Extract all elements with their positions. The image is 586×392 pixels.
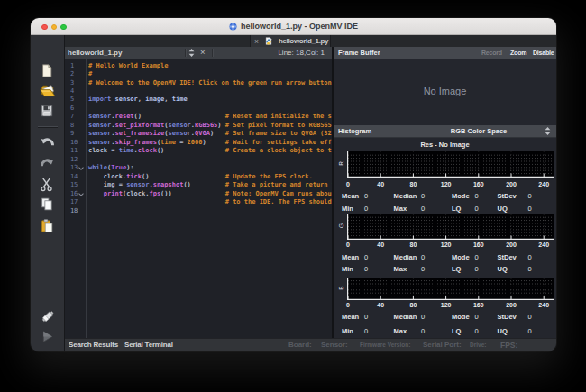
record-button[interactable]: Record bbox=[481, 47, 502, 59]
code-token: fps bbox=[149, 190, 160, 197]
python-file-icon bbox=[265, 37, 272, 45]
line-number: 3 bbox=[70, 79, 74, 87]
code-token: set_pixformat bbox=[115, 122, 165, 129]
code-token: = bbox=[176, 139, 188, 146]
code-token: sensor bbox=[88, 113, 111, 120]
new-file-button[interactable] bbox=[40, 63, 56, 79]
statusbar-serial-terminal[interactable]: Serial Terminal bbox=[124, 339, 173, 351]
code-text: clock = time.clock() # Create a clock ob… bbox=[88, 147, 332, 155]
cursor-position-indicator: Line: 18,Col: 1 bbox=[278, 47, 325, 59]
close-document-button[interactable]: × bbox=[200, 47, 206, 59]
undo-button[interactable] bbox=[40, 134, 56, 150]
axis-tick-label: 0 bbox=[337, 242, 359, 248]
code-token: img = bbox=[88, 181, 126, 188]
stat-label: Median bbox=[394, 311, 417, 323]
redo-button[interactable] bbox=[40, 155, 56, 171]
paste-button[interactable] bbox=[40, 218, 56, 234]
code-text: import sensor, image, time bbox=[88, 96, 188, 104]
code-token: set_framesize bbox=[115, 130, 165, 137]
run-script-button[interactable] bbox=[40, 329, 56, 345]
file-dropdown-arrows-icon[interactable] bbox=[188, 49, 195, 57]
stat-value: 0 bbox=[364, 325, 368, 337]
axis-tick-label: 240 bbox=[533, 181, 554, 187]
code-line: 16 print(clock.fps()) # Note: OpenMV Cam… bbox=[65, 190, 332, 198]
code-line: 3# Welcome to the OpenMV IDE! Click on t… bbox=[65, 79, 332, 87]
stat-value: 0 bbox=[475, 203, 479, 214]
save-button[interactable] bbox=[40, 104, 56, 120]
stat-label: Mean bbox=[342, 190, 359, 202]
window-title: helloworld_1.py - OpenMV IDE bbox=[241, 22, 358, 31]
axis-tick-label: 160 bbox=[468, 302, 490, 308]
minimize-window-button[interactable] bbox=[51, 24, 58, 31]
open-folder-icon bbox=[40, 86, 57, 101]
code-token: # Create a clock object to track the FPS… bbox=[225, 147, 332, 154]
color-space-arrows-icon[interactable] bbox=[545, 127, 551, 135]
frame-buffer-header: Frame Buffer RecordZoomDisable bbox=[334, 47, 556, 59]
stat-value: 0 bbox=[364, 311, 368, 323]
color-space-select[interactable]: RGB Color Space bbox=[334, 125, 556, 137]
axis-tick-label: 120 bbox=[435, 242, 457, 248]
disable-button[interactable]: Disable bbox=[533, 47, 554, 59]
code-area: 1# Hello World Example2#3# Welcome to th… bbox=[65, 62, 332, 215]
erase-flash-button[interactable] bbox=[40, 308, 56, 324]
code-token: # Set frame size to QVGA (320x240) bbox=[225, 130, 332, 137]
code-token: sensor bbox=[126, 181, 149, 188]
fold-marker-icon[interactable] bbox=[78, 191, 84, 196]
code-token: () bbox=[183, 181, 224, 188]
document-tab[interactable]: × helloworld_1.py bbox=[250, 35, 331, 47]
open-folder-button[interactable] bbox=[40, 83, 56, 99]
stat-label: Mean bbox=[342, 251, 359, 263]
channel-axis-label: R bbox=[338, 159, 344, 168]
cut-button[interactable] bbox=[40, 177, 56, 193]
stat-label: LQ bbox=[452, 325, 461, 337]
stat-value: 0 bbox=[528, 251, 532, 263]
code-line: 4 bbox=[65, 87, 332, 96]
stat-value: 0 bbox=[421, 325, 425, 337]
line-number: 5 bbox=[70, 96, 74, 104]
zoom-button[interactable]: Zoom bbox=[510, 47, 526, 59]
code-line: 15 img = sensor.snapshot() # Take a pict… bbox=[65, 181, 332, 189]
axis-tick-label: 40 bbox=[370, 242, 391, 248]
document-tab-label[interactable]: helloworld_1.py bbox=[279, 37, 328, 45]
code-token: sensor bbox=[169, 122, 191, 129]
code-text: sensor.reset() # Reset and initialize th… bbox=[88, 113, 332, 121]
document-tab-close-icon[interactable]: × bbox=[254, 38, 259, 45]
code-token: # Take a picture and return the image. bbox=[225, 181, 332, 188]
code-token: time bbox=[172, 96, 188, 103]
line-number: 8 bbox=[70, 122, 74, 130]
line-number: 17 bbox=[70, 198, 78, 206]
code-text: # Hello World Example bbox=[88, 62, 169, 70]
copy-button[interactable] bbox=[40, 196, 56, 213]
code-token: # bbox=[88, 70, 92, 77]
stat-value: 0 bbox=[475, 190, 479, 202]
open-file-dropdown[interactable]: helloworld_1.py bbox=[68, 47, 122, 59]
redo-icon bbox=[40, 156, 55, 171]
statusbar-search-results[interactable]: Search Results bbox=[69, 339, 118, 351]
close-window-button[interactable] bbox=[41, 24, 48, 31]
stat-value: 0 bbox=[421, 251, 425, 263]
stat-value: 0 bbox=[364, 251, 368, 263]
erase-flash-icon bbox=[40, 312, 56, 327]
code-editor[interactable]: 1# Hello World Example2#3# Welcome to th… bbox=[65, 59, 332, 338]
code-line: 14 clock.tick() # Update the FPS clock. bbox=[65, 173, 332, 181]
stat-label: UQ bbox=[498, 203, 508, 214]
stat-label: Mode bbox=[452, 311, 470, 323]
fold-marker-icon[interactable] bbox=[78, 166, 84, 171]
window-title-group: helloworld_1.py - OpenMV IDE bbox=[229, 22, 358, 31]
code-token: , bbox=[138, 96, 145, 103]
stat-label: UQ bbox=[498, 263, 508, 275]
axis-tick-label: 0 bbox=[337, 181, 359, 187]
stat-label: LQ bbox=[452, 203, 461, 214]
zoom-window-button[interactable] bbox=[60, 24, 67, 31]
stat-label: Median bbox=[394, 190, 417, 202]
line-number: 2 bbox=[70, 70, 74, 78]
stat-label: StDev bbox=[498, 311, 517, 323]
channel-axis-label: G bbox=[338, 221, 344, 230]
right-panel: Frame Buffer RecordZoomDisable No Image … bbox=[334, 47, 556, 338]
code-token: image bbox=[145, 96, 164, 103]
line-number: 18 bbox=[70, 207, 78, 215]
code-line: 7sensor.reset() # Reset and initialize t… bbox=[65, 113, 332, 121]
code-token: tick bbox=[126, 173, 142, 180]
axis-tick-label: 240 bbox=[533, 302, 554, 308]
code-token: # Hello World Example bbox=[88, 62, 169, 69]
